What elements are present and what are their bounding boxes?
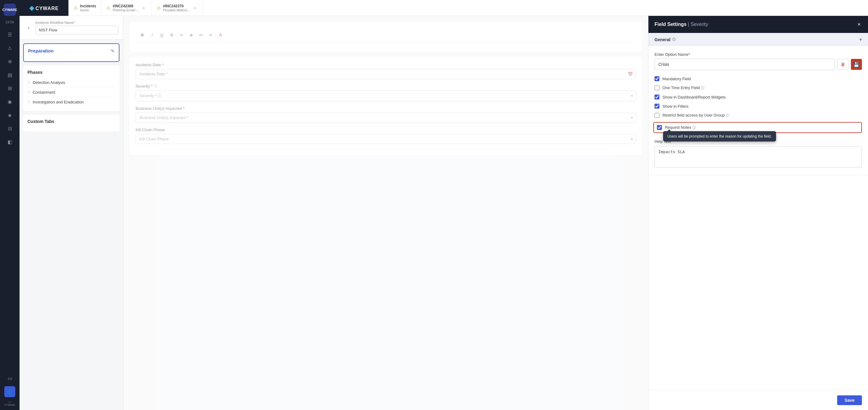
sidebar-icon-monitor[interactable]: ▭ (4, 373, 15, 384)
panel-header: Field Settings | Severity × (648, 16, 868, 33)
sidebar-icon-edit[interactable]: ⊟ (4, 123, 15, 134)
kill-chain-field: Kill Chain Phase Kill Chain Phase ▾ (135, 128, 636, 144)
sidebar-icon-list[interactable]: ▤ (4, 69, 15, 80)
tab-incidents-home[interactable]: ⚠ Incidents Home (68, 0, 101, 16)
toolbar-unordered-list[interactable]: ≡ (207, 31, 215, 39)
sidebar-icon-search[interactable]: ⊕ (4, 56, 15, 67)
toolbar-color[interactable]: A (216, 31, 225, 39)
editor-section: B I U S ≡ ≣ ≔ ≡ A (129, 22, 642, 52)
topbar-logo: ◈CYWARE (20, 0, 68, 16)
toolbar-bold[interactable]: B (138, 31, 147, 39)
logo-text: CYWARE (2, 8, 17, 11)
form-fields-section: Incidents Date * 📅 Severity * ⓘ Severi (129, 57, 642, 155)
back-button[interactable]: ‹ (25, 24, 33, 32)
workflow-name-input[interactable] (35, 26, 118, 34)
toolbar-underline[interactable]: U (158, 31, 166, 39)
sidebar-icon-alert[interactable]: ⚠ (4, 42, 15, 54)
tab-close-inc242370[interactable]: × (192, 5, 198, 11)
toolbar-align-left[interactable]: ≡ (177, 31, 186, 39)
workflow-label: Incidents Workflow Name* (35, 21, 118, 24)
custom-tabs-title: Custom Tabs (28, 119, 115, 124)
severity-field: Severity * ⓘ Severity * ⓘ ▾ (135, 84, 636, 101)
sidebar-icon-users[interactable]: ⊞ (4, 83, 15, 94)
general-collapse-icon: ▾ (860, 37, 862, 42)
toolbar-italic[interactable]: I (148, 31, 156, 39)
kill-chain-select[interactable]: Kill Chain Phase (135, 134, 636, 144)
business-units-field: Business Unit(s) Impacted * Business Uni… (135, 106, 636, 123)
general-title: General ⓘ (654, 37, 676, 42)
panel-body: General ⓘ ▾ Enter Option Name* (648, 33, 868, 390)
general-header[interactable]: General ⓘ ▾ (648, 33, 868, 46)
severity-select[interactable]: Severity * ⓘ (135, 90, 636, 101)
sidebar-icon-bell[interactable]: ◈ (4, 109, 15, 121)
show-filters-checkbox[interactable] (654, 104, 659, 109)
option-name-input[interactable] (654, 59, 835, 70)
one-time-entry-checkbox[interactable] (654, 86, 659, 90)
preparation-edit-icon[interactable]: ✎ (111, 48, 115, 54)
tab-inc242368[interactable]: ⚠ #INC242368 Phishing Email:... × (101, 0, 152, 16)
toolbar-align-center[interactable]: ≣ (187, 31, 195, 39)
field-settings-panel: Field Settings | Severity × General ⓘ ▾ (648, 16, 868, 410)
tab-inc242370-label-group: #INC242370 Possible Malicio... (163, 4, 190, 12)
option-name-input-wrapper (654, 59, 835, 70)
business-units-select[interactable]: Business Unit(s) Impacted * (135, 112, 636, 123)
panel-close-button[interactable]: × (856, 20, 862, 29)
save-option-button[interactable]: 💾 (851, 59, 862, 70)
option-name-label: Enter Option Name* (654, 52, 862, 57)
panel-header-title-group: Field Settings | Severity (654, 22, 708, 27)
restrict-access-checkbox[interactable] (654, 113, 659, 118)
toolbar-strikethrough[interactable]: S (167, 31, 176, 39)
request-notes-tooltip: Users will be prompted to enter the reas… (663, 131, 776, 141)
sidebar-icon-menu[interactable]: ☰ (4, 29, 15, 40)
sidebar-icon-book[interactable]: ◧ (4, 136, 15, 147)
incidents-date-label: Incidents Date * (135, 63, 636, 67)
sidebar-icon-camera[interactable]: ◉ (4, 96, 15, 107)
delete-option-button[interactable]: 🗑 (837, 59, 848, 70)
help-text-textarea[interactable]: Impacts SLA (654, 146, 862, 168)
tab-incidents-label: Incidents (80, 4, 96, 8)
drag-icon-investigation: ⠿ (28, 100, 30, 104)
tab-warning-icon-2: ⚠ (106, 5, 110, 10)
tab-label-group: Incidents Home (80, 4, 96, 12)
business-units-placeholder: Business Unit(s) Impacted * (140, 115, 188, 120)
incidents-date-field: Incidents Date * 📅 (135, 63, 636, 79)
business-units-label: Business Unit(s) Impacted * (135, 106, 636, 111)
main-area: ◈CYWARE ⚠ Incidents Home ⚠ #INC242368 Ph… (20, 0, 868, 410)
user-profile-button[interactable]: 👤 (4, 386, 15, 397)
tabs-area: ⚠ Incidents Home ⚠ #INC242368 Phishing E… (68, 0, 868, 16)
drag-icon-containment: ⠿ (28, 90, 30, 95)
panel-title: Field Settings (654, 22, 687, 27)
phase-item-investigation[interactable]: ⠿ Investigation and Eradication (28, 97, 115, 107)
phase-label-containment: Containment (33, 90, 55, 95)
general-content: Enter Option Name* 🗑 💾 (648, 46, 868, 175)
request-notes-checkbox[interactable] (657, 125, 662, 130)
incidents-date-input-wrapper: 📅 (135, 69, 636, 79)
custom-tabs-section: Custom Tabs (23, 115, 119, 131)
mandatory-field-label: Mandatory Field (662, 76, 691, 81)
show-dashboard-label: Show in Dashboard/Report Widgets (662, 95, 726, 99)
request-notes-info-icon: ⓘ (692, 126, 696, 129)
show-filters-row: Show in Filters (654, 104, 862, 109)
one-time-entry-row: One Time Entry Field ⓘ (654, 86, 862, 90)
show-dashboard-checkbox[interactable] (654, 95, 659, 99)
show-filters-label: Show in Filters (662, 104, 688, 109)
tab-inc242370[interactable]: ⚠ #INC242370 Possible Malicio... × (152, 0, 203, 16)
phase-item-detection[interactable]: ⠿ Detection Analysis (28, 78, 115, 88)
phase-label-investigation: Investigation and Eradication (33, 100, 84, 104)
mandatory-field-checkbox[interactable] (654, 76, 659, 81)
request-notes-row: Request Notes ⓘ Users will be prompted t… (653, 122, 862, 133)
save-button[interactable]: Save (837, 395, 862, 405)
tab-close-inc242368[interactable]: × (141, 5, 147, 11)
mandatory-field-row: Mandatory Field (654, 76, 862, 81)
toolbar-ordered-list[interactable]: ≔ (197, 31, 205, 39)
tab-inc242368-label: #INC242368 (113, 4, 139, 8)
option-name-row: 🗑 💾 (654, 59, 862, 70)
tab-inc242368-sublabel: Phishing Email:... (113, 8, 139, 12)
severity-select-wrapper: Severity * ⓘ ▾ (135, 90, 636, 101)
tab-inc242368-label-group: #INC242368 Phishing Email:... (113, 4, 139, 12)
phase-item-containment[interactable]: ⠿ Containment (28, 88, 115, 97)
tab-inc242370-label: #INC242370 (163, 4, 190, 8)
kill-chain-label: Kill Chain Phase (135, 128, 636, 132)
cyware-bottom-logo: ⬡CYWARE (5, 401, 15, 406)
incidents-date-input[interactable] (135, 69, 636, 79)
